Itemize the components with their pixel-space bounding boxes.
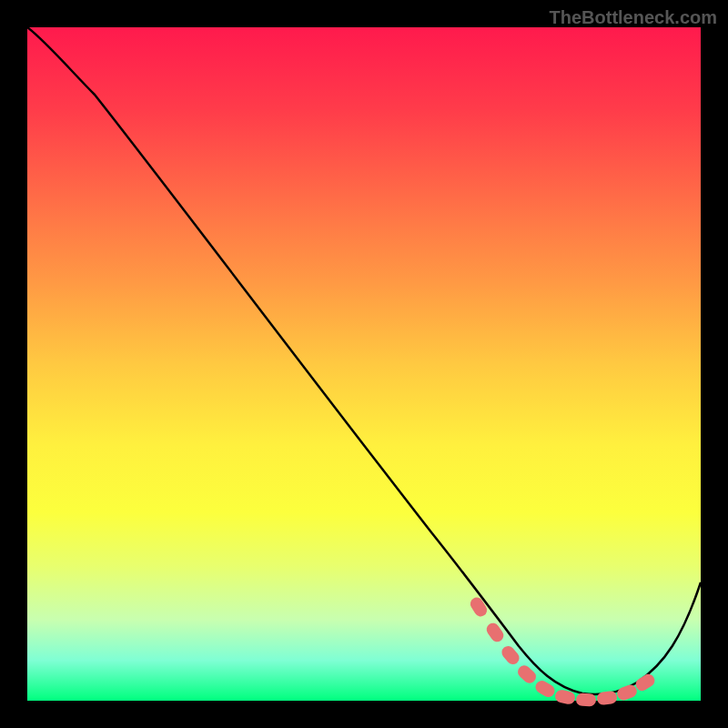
highlight-segment-8 [596,691,618,706]
line-chart-svg [27,27,701,701]
main-curve [27,27,701,694]
watermark-text: TheBottleneck.com [550,7,717,28]
highlight-segment-7 [576,693,596,707]
chart-plot-area [27,27,701,701]
